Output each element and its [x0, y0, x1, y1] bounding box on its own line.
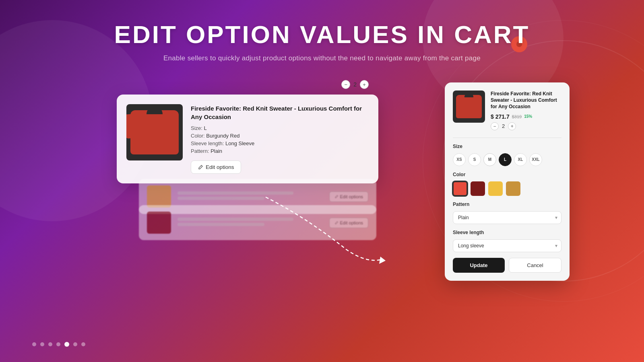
quantity-decrease-btn[interactable]: −: [341, 80, 350, 89]
mini-line: [178, 223, 264, 226]
pagination-dot-1[interactable]: [32, 342, 36, 346]
svg-marker-0: [379, 257, 386, 264]
cart-size-meta: Size: L: [191, 125, 369, 131]
color-swatch-tan[interactable]: [506, 181, 520, 196]
page-title: EDIT OPTION VALUES IN CART: [0, 20, 644, 49]
pagination-dot-5[interactable]: [64, 342, 69, 347]
sleeve-value: Long Sleeve: [225, 140, 254, 146]
size-option-xs[interactable]: XS: [453, 153, 466, 166]
cart-item-details: − 2 + Fireside Favorite: Red Knit Sweate…: [191, 104, 369, 174]
cart-row-blurred-3: Edit options: [139, 205, 376, 240]
product-panel: Fireside Favorite: Red Knit Sweater - Lu…: [445, 82, 570, 281]
panel-action-buttons: Update Cancel: [453, 258, 561, 273]
cart-pattern-meta: Pattern: Plain: [191, 148, 369, 154]
mini-edit-btn-3[interactable]: Edit options: [329, 218, 368, 228]
panel-qty-value: 2: [502, 123, 505, 129]
cancel-button[interactable]: Cancel: [509, 258, 561, 273]
pagination-dot-6[interactable]: [73, 342, 77, 346]
size-option-s[interactable]: S: [468, 153, 481, 166]
mini-line: [178, 197, 264, 200]
sleeve-select[interactable]: Short sleeve Long sleeve Sleeveless: [453, 239, 561, 252]
mini-edit-icon: [334, 221, 339, 225]
product-image: [126, 104, 183, 160]
pattern-select[interactable]: Plain Striped Checked: [453, 211, 561, 224]
panel-price-current: $ 271.7: [491, 113, 510, 120]
panel-product-header: Fireside Favorite: Red Knit Sweater - Lu…: [453, 90, 561, 130]
cart-color-meta: Color: Burgundy Red: [191, 133, 369, 139]
color-label: Color:: [191, 133, 205, 139]
pagination-dots: [32, 342, 85, 347]
mini-edit-label: Edit options: [340, 220, 363, 225]
color-options: [453, 181, 561, 196]
cart-sleeve-meta: Sleeve length: Long Sleeve: [191, 140, 369, 146]
panel-pattern-label: Pattern: [453, 202, 561, 207]
mini-text-lines-2: [178, 191, 323, 202]
update-button[interactable]: Update: [453, 258, 505, 273]
panel-qty-row: − 2 +: [491, 122, 561, 130]
color-swatch-dark-red[interactable]: [471, 181, 485, 196]
size-option-l[interactable]: L: [499, 153, 512, 166]
pattern-label: Pattern:: [191, 148, 209, 154]
mini-line: [178, 191, 293, 195]
size-option-xl[interactable]: XL: [514, 153, 527, 166]
page-subtitle: Enable sellers to quickly adjust product…: [0, 54, 644, 62]
panel-divider-1: [453, 138, 561, 138]
cart-item-title: Fireside Favorite: Red Knit Sweater - Lu…: [191, 104, 369, 121]
panel-sleeve-label: Sleeve length: [453, 230, 561, 235]
size-label: Size:: [191, 125, 202, 131]
color-swatch-red[interactable]: [453, 181, 467, 196]
edit-pencil-icon: [198, 165, 203, 170]
pagination-dot-4[interactable]: [56, 342, 60, 346]
panel-price-row: $ 271.7 $319 15%: [491, 113, 561, 120]
edit-options-label: Edit options: [206, 164, 234, 170]
sweater-img-illustration: [130, 110, 179, 154]
sleeve-select-wrapper: Short sleeve Long sleeve Sleeveless: [453, 239, 561, 252]
size-options: XS S M L XL XXL: [453, 153, 561, 166]
panel-color-label: Color: [453, 172, 561, 177]
panel-qty-increase-btn[interactable]: +: [508, 122, 516, 130]
sleeve-label: Sleeve length:: [191, 140, 224, 146]
quantity-increase-btn[interactable]: +: [360, 80, 369, 89]
mini-text-lines-3: [178, 218, 323, 228]
mini-line: [178, 218, 293, 221]
pattern-value: Plain: [211, 148, 222, 154]
cart-card: − 2 + Fireside Favorite: Red Knit Sweate…: [117, 95, 378, 183]
edit-options-button[interactable]: Edit options: [191, 160, 241, 174]
panel-sweater-illustration: [456, 95, 482, 118]
mini-product-img-red: [147, 212, 171, 234]
panel-product-title: Fireside Favorite: Red Knit Sweater - Lu…: [491, 90, 561, 110]
panel-price-original: $319: [512, 114, 522, 119]
size-value: L: [204, 125, 207, 131]
mini-edit-btn-2[interactable]: Edit options: [329, 191, 368, 202]
pattern-select-wrapper: Plain Striped Checked: [453, 211, 561, 224]
panel-size-label: Size: [453, 144, 561, 149]
cart-item-row: − 2 + Fireside Favorite: Red Knit Sweate…: [126, 104, 369, 174]
quantity-control: − 2 +: [341, 80, 369, 89]
mini-product-img-yellow: [147, 185, 171, 208]
mini-edit-label: Edit options: [340, 194, 363, 199]
pagination-dot-7[interactable]: [81, 342, 85, 346]
color-value: Burgundy Red: [206, 133, 239, 139]
pagination-dot-2[interactable]: [40, 342, 44, 346]
panel-product-info: Fireside Favorite: Red Knit Sweater - Lu…: [491, 90, 561, 130]
header-section: EDIT OPTION VALUES IN CART Enable seller…: [0, 20, 644, 62]
panel-qty-decrease-btn[interactable]: −: [491, 122, 499, 130]
color-swatch-yellow[interactable]: [488, 181, 503, 196]
mini-edit-icon: [334, 195, 339, 199]
size-option-m[interactable]: M: [483, 153, 496, 166]
size-option-xxl[interactable]: XXL: [529, 153, 542, 166]
panel-product-image: [453, 90, 485, 123]
quantity-value: 2: [353, 81, 357, 88]
panel-discount-badge: 15%: [524, 114, 532, 119]
pagination-dot-3[interactable]: [48, 342, 52, 346]
